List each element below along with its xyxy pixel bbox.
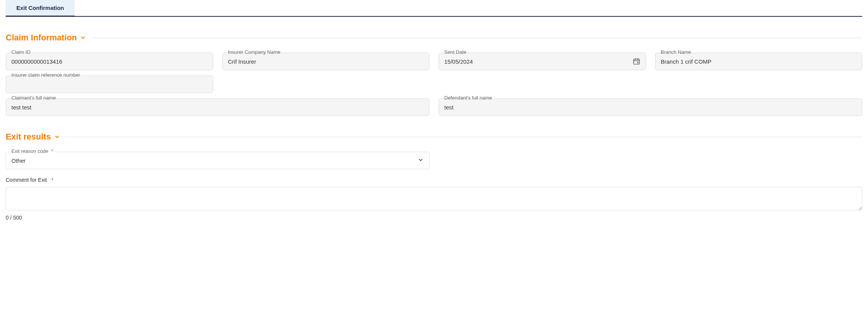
svg-rect-0 <box>633 59 639 64</box>
exit-reason-code-select[interactable]: Exit reason code * Other <box>6 152 429 169</box>
label-comment-text: Comment for Exit <box>6 177 47 183</box>
required-mark: * <box>51 177 53 183</box>
section-divider <box>91 38 862 38</box>
label-sent-date: Sent Date <box>443 50 468 55</box>
section-title-text: Claim Information <box>6 33 77 43</box>
label-claim-id: Claim ID <box>10 50 32 55</box>
label-exit-reason-code: Exit reason code * <box>10 149 55 154</box>
field-branch-name: Branch Name Branch 1 crif COMP <box>655 53 863 70</box>
label-insurer-company: Insurer Company Name <box>227 50 282 55</box>
section-title-exit-results: Exit results <box>6 132 60 142</box>
section-divider <box>65 137 862 137</box>
value-defendant-full-name: test <box>444 104 453 111</box>
label-comment-for-exit: Comment for Exit * <box>6 177 862 183</box>
field-comment-for-exit: Comment for Exit * 0 / 500 <box>6 177 862 221</box>
calendar-icon <box>633 58 640 65</box>
section-header-claim-information[interactable]: Claim Information <box>6 33 862 43</box>
comment-char-counter: 0 / 500 <box>6 215 862 221</box>
tab-label: Exit Confirmation <box>16 5 64 11</box>
field-claim-id: Claim ID 0000000000013416 <box>6 53 213 70</box>
label-exit-reason-code-text: Exit reason code <box>11 148 48 154</box>
section-header-exit-results[interactable]: Exit results <box>6 132 862 142</box>
tabs-bar: Exit Confirmation <box>6 0 862 17</box>
label-claimant-full-name: Claimant's full name <box>10 95 57 100</box>
chevron-down-icon <box>80 35 86 41</box>
value-insurer-company: Crif Insurer <box>228 58 256 65</box>
chevron-down-icon <box>54 134 60 140</box>
svg-rect-4 <box>637 62 638 63</box>
label-insurer-claim-reference: Insurer claim reference number <box>10 72 82 77</box>
label-defendant-full-name: Defendant's full name <box>443 95 493 100</box>
chevron-down-icon <box>418 157 424 164</box>
required-mark: * <box>51 148 53 154</box>
field-claimant-full-name: Claimant's full name test test <box>6 98 429 116</box>
comment-for-exit-textarea[interactable] <box>6 187 862 210</box>
section-title-claim-information: Claim Information <box>6 33 86 43</box>
label-branch-name: Branch Name <box>659 50 692 55</box>
field-exit-reason-code: Exit reason code * Other <box>6 152 429 169</box>
field-insurer-company-name: Insurer Company Name Crif Insurer <box>222 53 430 70</box>
value-exit-reason-code: Other <box>11 157 26 164</box>
tab-exit-confirmation[interactable]: Exit Confirmation <box>6 0 75 17</box>
field-sent-date: Sent Date 15/05/2024 <box>439 53 646 70</box>
value-claim-id: 0000000000013416 <box>11 58 62 65</box>
value-claimant-full-name: test test <box>11 104 32 111</box>
field-defendant-full-name: Defendant's full name test <box>439 98 862 116</box>
value-sent-date: 15/05/2024 <box>444 58 473 65</box>
field-insurer-claim-reference: Insurer claim reference number <box>6 75 213 93</box>
value-branch-name: Branch 1 crif COMP <box>661 58 712 65</box>
section-title-text: Exit results <box>6 132 51 142</box>
